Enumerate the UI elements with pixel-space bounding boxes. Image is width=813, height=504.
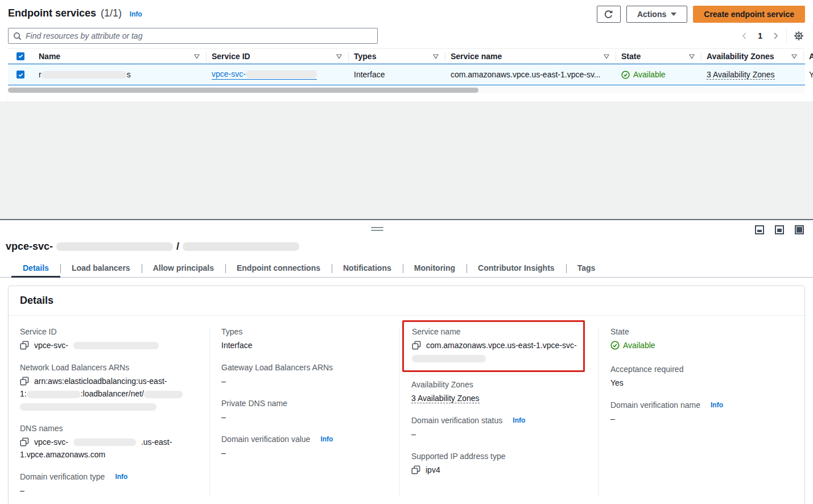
redacted-text [20,403,156,411]
row-select-cell [8,64,33,85]
details-card-body: Service ID vpce-svc- Network Load Balanc… [9,316,804,504]
previous-page-button[interactable] [740,30,750,42]
table-header-row: Name Service ID Types Service name State [8,48,805,64]
field-label: Domain verification status [411,416,502,425]
search-input[interactable] [26,31,373,40]
tab-details[interactable]: Details [11,258,60,278]
column-header-state[interactable]: State [616,49,701,63]
column-header-acceptance-partial[interactable]: A [803,49,813,63]
sort-icon[interactable] [685,53,695,60]
row-checkbox[interactable] [16,71,24,79]
info-link[interactable]: Info [130,10,142,18]
column-header-service-id[interactable]: Service ID [206,49,348,63]
service-name-line2 [412,352,577,364]
split-panel-bar [0,220,813,239]
cell-service-name: com.amazonaws.vpce.us-east-1.vpce-sv... [445,64,616,85]
field-label: Network Load Balancers ARNs [20,363,198,372]
redacted-text [144,391,183,398]
cell-name: r s [33,64,206,85]
nlb-arn-line1: arn:aws:elasticloadbalancing:us-east- [34,375,167,387]
refresh-button[interactable] [597,6,621,23]
sort-icon[interactable] [787,53,798,60]
nlb-arn-line3 [20,400,198,412]
tab-endpoint-connections[interactable]: Endpoint connections [225,258,332,277]
sort-icon[interactable] [429,53,439,60]
scrollbar-thumb[interactable] [8,88,478,93]
page-number[interactable]: 1 [756,31,765,40]
field-label: State [610,327,793,336]
column-header-name[interactable]: Name [33,49,206,63]
availability-zones-link[interactable]: 3 Availability Zones [411,394,480,403]
redacted-text [73,439,136,446]
copy-icon[interactable] [20,377,29,386]
search-box[interactable] [8,28,378,44]
service-name-highlight-box: Service name com.amazonaws.vpce.us-east-… [402,320,585,372]
endpoint-services-page: Endpoint services (1/1) Info Actions [0,0,813,504]
field-label: Availability Zones [411,380,587,389]
sort-icon[interactable] [190,53,200,60]
redacted-text [73,342,159,349]
service-name-value: com.amazonaws.vpce.us-east-1.vpce-svc- [426,339,577,352]
info-link[interactable]: Info [711,401,723,409]
field-supported-ip: Supported IP address type ipv4 [411,452,587,476]
resource-count: (1/1) [101,7,122,19]
redacted-text [246,71,317,78]
tab-load-balancers[interactable]: Load balancers [60,258,142,277]
details-card-heading: Details [9,286,804,316]
field-value: – [610,412,793,425]
tab-notifications[interactable]: Notifications [332,258,403,277]
nlb-arn-line2: 1::loadbalancer/net/ [20,387,198,400]
copy-icon[interactable] [20,437,29,447]
create-endpoint-service-button[interactable]: Create endpoint service [693,6,805,23]
details-column-2: Types Interface Gateway Load Balancers A… [210,327,400,497]
actions-button[interactable]: Actions [626,6,687,23]
horizontal-scrollbar[interactable] [8,87,805,93]
dns-name-line2: 1.vpce.amazonaws.com [20,448,198,461]
filter-row: 1 [8,28,805,44]
tab-tags[interactable]: Tags [566,258,607,277]
field-nlb-arns: Network Load Balancers ARNs arn:aws:elas… [20,363,198,412]
preferences-gear-button[interactable] [793,30,805,42]
table-row[interactable]: r s vpce-svc- Interface com.amazonaws.vp… [8,64,805,85]
copy-icon[interactable] [412,341,421,350]
panel-position-full-icon[interactable] [795,225,804,234]
column-header-types[interactable]: Types [348,49,445,63]
field-label: Domain verification name [610,400,700,410]
availability-zones-link[interactable]: 3 Availability Zones [707,70,775,80]
pagination: 1 [740,29,805,43]
field-service-id: Service ID vpce-svc- [20,327,198,352]
info-link[interactable]: Info [513,416,525,424]
select-all-cell [8,49,33,63]
field-domain-verification-status: Domain verification status Info – [411,416,587,440]
gear-icon [794,31,804,41]
info-link[interactable]: Info [115,473,127,481]
search-icon [13,32,22,40]
sort-icon[interactable] [600,53,610,60]
field-gateway-lb-arns: Gateway Load Balancers ARNs – [221,363,388,387]
panel-position-bottom-small-icon[interactable] [755,225,764,234]
copy-icon[interactable] [411,465,420,474]
field-label: Supported IP address type [411,452,587,461]
details-column-1: Service ID vpce-svc- Network Load Balanc… [9,327,210,497]
copy-icon[interactable] [20,341,29,350]
field-domain-verification-type: Domain verification type Info – [20,472,198,497]
field-domain-verification-value: Domain verification value Info – [221,435,388,459]
tab-allow-principals[interactable]: Allow principals [142,258,225,277]
panel-position-bottom-large-icon[interactable] [775,225,784,234]
tab-contributor-insights[interactable]: Contributor Insights [467,258,566,277]
redacted-text [56,242,173,251]
next-page-button[interactable] [770,30,781,42]
column-header-service-name[interactable]: Service name [445,49,616,63]
info-link[interactable]: Info [320,435,333,443]
field-value: Yes [610,377,793,389]
field-label: Acceptance required [610,365,793,374]
select-all-checkbox[interactable] [16,52,24,60]
service-id-link[interactable]: vpce-svc- [212,69,317,80]
field-label: Service name [412,327,577,336]
check-circle-icon [610,341,620,350]
cell-availability-zones: 3 Availability Zones [701,64,803,85]
column-header-availability-zones[interactable]: Availability Zones [701,49,803,63]
split-panel-drag-handle[interactable] [371,227,383,231]
sort-icon[interactable] [332,53,342,60]
tab-monitoring[interactable]: Monitoring [403,258,467,277]
